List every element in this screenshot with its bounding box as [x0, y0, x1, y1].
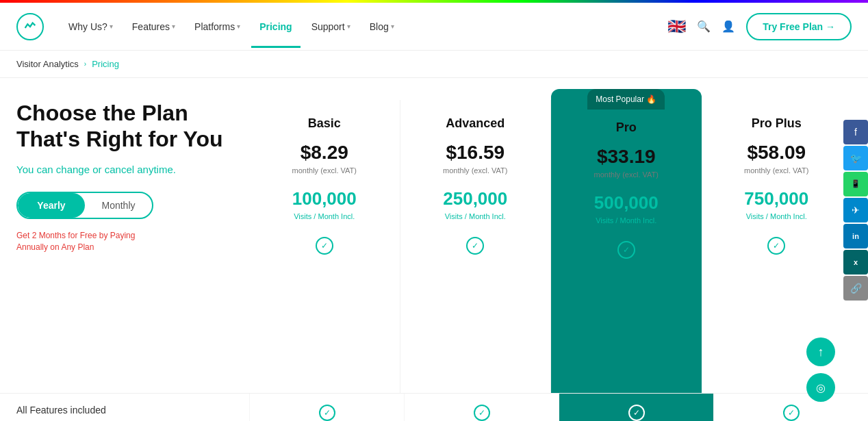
search-button[interactable]: 🔍 — [697, 20, 711, 33]
features-chevron: ▾ — [172, 23, 175, 30]
check-proplus: ✓ — [783, 405, 800, 421]
pro-price: $33.19 — [597, 146, 656, 168]
basic-feature-check: ✓ — [316, 237, 333, 255]
check-pro: ✓ — [628, 405, 645, 421]
logo[interactable] — [16, 13, 44, 40]
left-section: Choose the Plan That's Right for You You… — [16, 100, 249, 393]
try-free-button[interactable]: Try Free Plan → — [746, 13, 852, 40]
proplus-plan-name: Pro Plus — [752, 116, 802, 131]
pro-visits: 500,000 — [594, 192, 659, 214]
account-button[interactable]: 👤 — [722, 20, 735, 33]
plan-basic: Basic $8.29 monthly (excl. VAT) 100,000 … — [249, 100, 400, 393]
breadcrumb-home[interactable]: Visitor Analytics — [16, 59, 79, 69]
all-features-pro-check: ✓ — [559, 394, 713, 421]
nav-blog[interactable]: Blog ▾ — [361, 16, 403, 38]
pricing-section: Choose the Plan That's Right for You You… — [0, 78, 868, 393]
nav-features[interactable]: Features ▾ — [124, 16, 183, 38]
cancel-link[interactable]: change or cancel — [56, 164, 134, 175]
proplus-visits: 750,000 — [744, 188, 808, 209]
proplus-visits-label: Visits / Month Incl. — [746, 212, 807, 220]
xing-share-button[interactable]: x — [843, 250, 868, 275]
check-advanced: ✓ — [474, 405, 490, 421]
advanced-price: $16.59 — [446, 142, 505, 164]
yearly-toggle[interactable]: Yearly — [18, 193, 85, 218]
proplus-price: $58.09 — [747, 142, 806, 164]
proplus-price-note: monthly (excl. VAT) — [744, 166, 808, 175]
copy-link-button[interactable]: 🔗 — [843, 276, 868, 301]
linkedin-share-button[interactable]: in — [843, 224, 868, 248]
feature-row-all-features: All Features included ✓ ✓ ✓ ✓ — [0, 393, 868, 421]
hero-subtext: You can change or cancel anytime. — [16, 164, 238, 175]
header: Why Us? ▾ Features ▾ Platforms ▾ Pricing… — [0, 3, 868, 51]
social-sidebar: f 🐦 📱 ✈ in x 🔗 — [843, 120, 868, 302]
nav-why-us[interactable]: Why Us? ▾ — [60, 16, 121, 38]
monthly-toggle[interactable]: Monthly — [85, 193, 152, 218]
proplus-feature-check: ✓ — [767, 237, 785, 255]
basic-visits: 100,000 — [292, 188, 357, 209]
chat-button[interactable]: ◎ — [806, 373, 835, 402]
basic-price-note: monthly (excl. VAT) — [292, 166, 357, 175]
support-chevron: ▾ — [347, 23, 350, 30]
whatsapp-share-button[interactable]: 📱 — [843, 172, 868, 196]
advanced-visits-label: Visits / Month Incl. — [445, 212, 506, 220]
basic-price: $8.29 — [301, 142, 348, 164]
nav-platforms[interactable]: Platforms ▾ — [186, 16, 248, 38]
advanced-price-note: monthly (excl. VAT) — [443, 166, 507, 175]
page-heading: Choose the Plan That's Right for You — [16, 100, 238, 153]
most-popular-badge: Most Popular 🔥 — [587, 89, 665, 110]
basic-plan-name: Basic — [308, 116, 341, 131]
plans-wrapper: Basic $8.29 monthly (excl. VAT) 100,000 … — [249, 100, 852, 393]
pro-visits-label: Visits / Month Incl. — [596, 216, 656, 225]
breadcrumb-separator: › — [84, 60, 86, 68]
promo-text: Get 2 Months for Free by PayingAnnually … — [16, 230, 238, 253]
advanced-feature-check: ✓ — [466, 237, 484, 255]
pro-price-note: monthly (excl. VAT) — [594, 170, 659, 179]
breadcrumb: Visitor Analytics › Pricing — [0, 51, 868, 78]
nav-support[interactable]: Support ▾ — [303, 16, 359, 38]
blog-chevron: ▾ — [391, 23, 394, 30]
basic-visits-label: Visits / Month Incl. — [294, 212, 355, 220]
facebook-share-button[interactable]: f — [843, 120, 868, 144]
check-basic: ✓ — [319, 405, 335, 421]
advanced-plan-name: Advanced — [446, 116, 505, 131]
telegram-share-button[interactable]: ✈ — [843, 198, 868, 222]
advanced-visits: 250,000 — [443, 188, 507, 209]
pro-plan-name: Pro — [616, 120, 637, 135]
all-features-proplus-check: ✓ — [713, 394, 868, 421]
all-features-advanced-check: ✓ — [404, 394, 559, 421]
main-nav: Why Us? ▾ Features ▾ Platforms ▾ Pricing… — [60, 16, 667, 38]
twitter-share-button[interactable]: 🐦 — [843, 146, 868, 170]
flag-icon[interactable]: 🇬🇧 — [667, 18, 686, 36]
feature-label-all: All Features included — [0, 394, 249, 421]
plan-advanced: Advanced $16.59 monthly (excl. VAT) 250,… — [400, 100, 552, 393]
header-right: 🇬🇧 🔍 👤 Try Free Plan → — [667, 13, 852, 40]
breadcrumb-current: Pricing — [92, 59, 119, 69]
billing-toggle: Yearly Monthly — [16, 192, 153, 219]
platforms-chevron: ▾ — [237, 23, 240, 30]
all-features-basic-check: ✓ — [249, 394, 404, 421]
why-us-chevron: ▾ — [110, 23, 113, 30]
plan-pro: Most Popular 🔥 Pro $33.19 monthly (excl.… — [551, 89, 702, 393]
pro-feature-check: ✓ — [617, 241, 635, 259]
scroll-up-button[interactable]: ↑ — [806, 337, 835, 366]
nav-pricing[interactable]: Pricing — [251, 16, 300, 38]
